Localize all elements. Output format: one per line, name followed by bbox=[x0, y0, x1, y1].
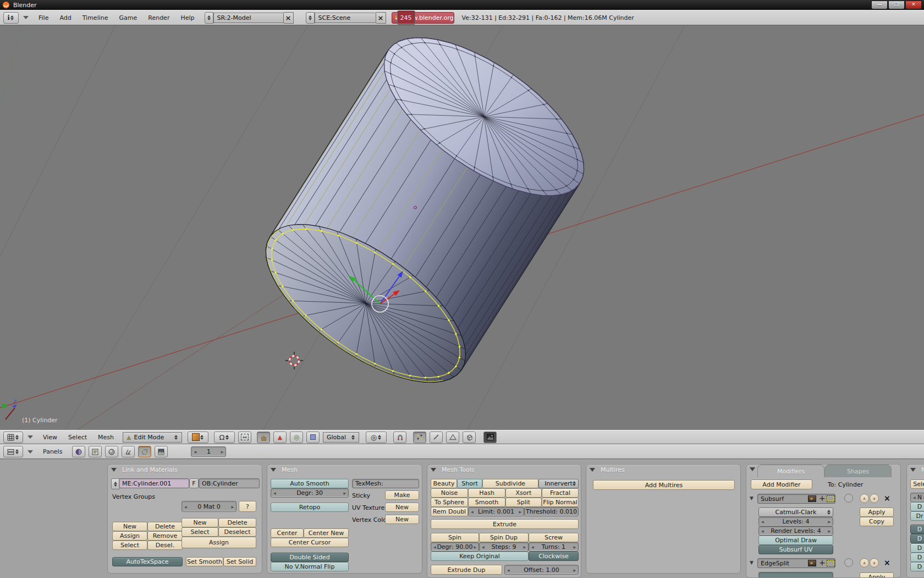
mesh-name-field[interactable]: ME:Cylinder.001 bbox=[119, 478, 189, 488]
manipulator-toggle-button[interactable]: ↔ bbox=[238, 432, 251, 443]
degr-stepper[interactable]: Degr: 30 bbox=[271, 488, 349, 498]
render-visibility-icon[interactable] bbox=[808, 560, 816, 566]
extrude-dup-button[interactable]: Extrude Dup bbox=[431, 565, 502, 575]
editmode-visibility-icon[interactable] bbox=[827, 560, 835, 566]
select-mode-face-button[interactable] bbox=[446, 432, 459, 443]
collapse-menu-icon[interactable] bbox=[23, 16, 29, 19]
menu-game[interactable]: Game bbox=[119, 14, 138, 21]
subsurf-movedown-button[interactable]: ∨ bbox=[870, 494, 879, 503]
noise-button[interactable]: Noise bbox=[431, 488, 468, 498]
scene-delete-button[interactable] bbox=[376, 12, 386, 24]
blender-version-badge[interactable]: www.blender.org 245 bbox=[392, 12, 454, 24]
context-object-button[interactable] bbox=[122, 446, 135, 457]
collapse-header-icon[interactable] bbox=[28, 435, 33, 439]
set-smooth-button[interactable]: Set Smooth bbox=[186, 557, 223, 566]
screen-selector[interactable]: SR:2-Model bbox=[213, 13, 284, 23]
menu-panels[interactable]: Panels bbox=[43, 448, 62, 455]
fake-user-button[interactable]: F bbox=[189, 478, 199, 488]
cylinder-mesh[interactable] bbox=[266, 38, 584, 383]
fractal-button[interactable]: Fractal bbox=[542, 488, 579, 498]
spin-steps-stepper[interactable]: Steps: 9 bbox=[479, 542, 529, 552]
vgroup-select-button[interactable]: Select bbox=[112, 541, 147, 550]
mode-selector[interactable]: ▲ Edit Mode bbox=[123, 432, 182, 443]
subsurf-render-levels-stepper[interactable]: Render Levels: 4 bbox=[758, 526, 833, 536]
manipulator-translate-button[interactable] bbox=[257, 432, 270, 443]
menu-add[interactable]: Add bbox=[59, 14, 71, 21]
double-sided-toggle[interactable]: Double Sided bbox=[271, 553, 349, 562]
draw-toggle-partial-7[interactable]: D bbox=[910, 562, 924, 571]
retopo-toggle[interactable]: Retopo bbox=[271, 503, 349, 512]
subsurf-name-field[interactable]: Subsurf bbox=[757, 494, 835, 504]
material-deselect-button[interactable]: Deselect bbox=[218, 527, 256, 537]
draw-toggle-partial-2[interactable]: Dr bbox=[910, 511, 924, 521]
buttons-type-button[interactable] bbox=[3, 446, 23, 457]
split-button[interactable]: Split bbox=[505, 498, 542, 507]
subsurf-expand-icon[interactable]: ▼ bbox=[750, 495, 754, 501]
draw-toggle-partial-3[interactable]: D bbox=[910, 525, 924, 534]
tab-shapes[interactable]: Shapes bbox=[824, 465, 892, 477]
subsurf-moveup-button[interactable]: ∧ bbox=[860, 494, 869, 503]
autotexspace-toggle[interactable]: AutoTexSpace bbox=[112, 557, 183, 566]
to-sphere-button[interactable]: To Sphere bbox=[431, 498, 468, 507]
texmesh-field[interactable]: TexMesh: bbox=[352, 479, 419, 488]
close-button[interactable]: ✕ bbox=[905, 1, 922, 9]
menu-timeline[interactable]: Timeline bbox=[82, 14, 108, 21]
viewport-type-button[interactable] bbox=[3, 432, 23, 443]
edgesplit-moveup-button[interactable]: ∧ bbox=[860, 558, 869, 568]
panel-header[interactable]: Multires bbox=[590, 466, 625, 473]
vgroup-new-button[interactable]: New bbox=[112, 522, 147, 531]
extrude-button[interactable]: Extrude bbox=[431, 519, 579, 529]
occlude-geometry-button[interactable] bbox=[463, 432, 476, 443]
menu-file[interactable]: File bbox=[38, 14, 48, 21]
menu-view[interactable]: View bbox=[43, 434, 57, 441]
edgesplit-name-field[interactable]: EdgeSplit bbox=[757, 558, 835, 568]
material-delete-button[interactable]: Delete bbox=[218, 518, 256, 527]
innervert-menu[interactable]: Innervert bbox=[538, 479, 579, 488]
draw-toggle-partial-5[interactable]: D bbox=[910, 543, 924, 553]
select-swap-button-partial[interactable]: Sele bbox=[910, 479, 924, 489]
realtime-visibility-icon[interactable] bbox=[817, 560, 826, 566]
realtime-visibility-icon[interactable] bbox=[817, 495, 826, 502]
panel-header[interactable]: Mesh bbox=[271, 466, 298, 473]
context-editing-button[interactable] bbox=[138, 446, 151, 457]
draw-toggle-partial-4[interactable]: D bbox=[910, 534, 924, 543]
tab-modifiers[interactable]: Modifiers bbox=[757, 465, 824, 477]
rem-doubles-button[interactable]: Rem Doubl bbox=[431, 507, 468, 516]
material-new-button[interactable]: New bbox=[182, 518, 218, 527]
screw-button[interactable]: Screw bbox=[529, 533, 579, 542]
flip-normal-button[interactable]: Flip Normal bbox=[542, 498, 579, 507]
edgesplit-delete-icon[interactable] bbox=[884, 559, 890, 566]
smooth-button[interactable]: Smooth bbox=[468, 498, 505, 507]
hash-button[interactable]: Hash bbox=[468, 488, 505, 498]
manipulator-scale-button[interactable]: ◎ bbox=[290, 432, 303, 443]
set-solid-button[interactable]: Set Solid bbox=[223, 557, 256, 566]
spin-degrees-stepper[interactable]: Degr: 90.00 bbox=[431, 542, 479, 552]
xsort-button[interactable]: Xsort bbox=[505, 488, 542, 498]
add-modifier-button[interactable]: Add Modifier bbox=[751, 479, 812, 489]
material-select-button[interactable]: Select bbox=[182, 527, 218, 537]
rotation-center-button[interactable]: Ω bbox=[214, 432, 235, 443]
material-index-stepper[interactable]: 0 Mat 0 bbox=[182, 501, 237, 512]
vgroup-remove-button[interactable]: Remove bbox=[147, 531, 183, 541]
minimize-button[interactable]: — bbox=[871, 1, 888, 9]
screen-delete-button[interactable] bbox=[284, 12, 294, 24]
center-new-button[interactable]: Center New bbox=[304, 528, 349, 538]
draw-type-button[interactable] bbox=[188, 432, 208, 443]
subsurf-delete-icon[interactable] bbox=[884, 494, 890, 502]
scene-browse-button[interactable] bbox=[306, 12, 315, 24]
edgesplit-expand-icon[interactable]: ▼ bbox=[750, 560, 754, 565]
manipulator-combo-button[interactable] bbox=[306, 432, 320, 443]
spin-button[interactable]: Spin bbox=[431, 533, 479, 542]
scene-selector[interactable]: SCE:Scene bbox=[315, 13, 376, 23]
restore-button[interactable]: ❐ bbox=[888, 1, 905, 9]
edgesplit-apply-button[interactable]: Apply bbox=[860, 572, 894, 578]
context-scene-button[interactable] bbox=[155, 446, 168, 457]
render-visibility-icon[interactable] bbox=[808, 495, 816, 502]
panel-header[interactable]: M bbox=[910, 466, 924, 473]
menu-select[interactable]: Select bbox=[68, 434, 87, 441]
clockwise-toggle[interactable]: Clockwise bbox=[529, 552, 579, 561]
panel-header[interactable]: Mesh Tools bbox=[431, 466, 475, 473]
short-toggle[interactable]: Short bbox=[457, 479, 482, 488]
draw-toggle-partial-1[interactable]: D bbox=[910, 502, 924, 511]
subsurf-cage-button[interactable] bbox=[844, 494, 853, 503]
